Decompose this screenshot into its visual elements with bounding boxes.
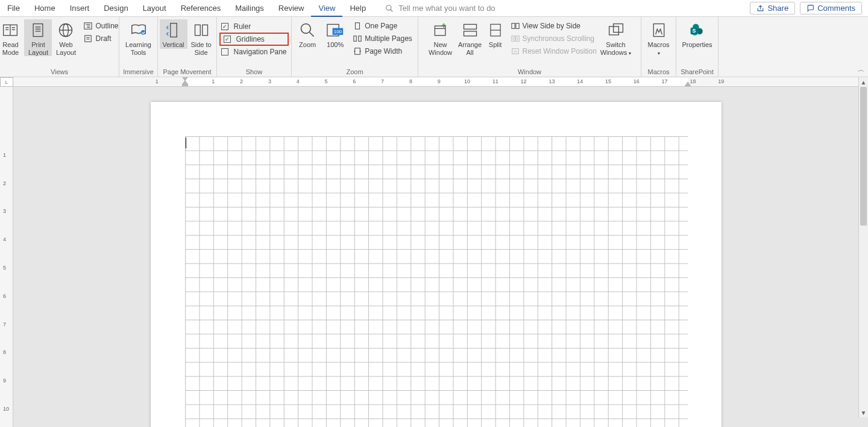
web-layout-button[interactable]: Web Layout xyxy=(52,19,80,56)
group-views: Read Mode Print Layout Web Layout Outlin… xyxy=(0,17,119,77)
ruler-checkbox[interactable]: Ruler xyxy=(220,22,288,31)
tab-help[interactable]: Help xyxy=(342,0,373,16)
vertical-ruler[interactable]: L 12345678910 xyxy=(0,77,13,427)
read-mode-icon xyxy=(2,22,19,39)
side-by-side-icon xyxy=(511,22,520,30)
tab-review[interactable]: Review xyxy=(271,0,312,16)
svg-point-26 xyxy=(301,24,311,34)
arrange-all-button[interactable]: Arrange All xyxy=(456,19,484,56)
split-icon xyxy=(488,22,503,39)
ribbon: Read Mode Print Layout Web Layout Outlin… xyxy=(0,17,868,77)
scroll-up-button[interactable]: ▲ xyxy=(859,77,868,87)
tab-selector[interactable]: L xyxy=(0,77,13,87)
svg-rect-25 xyxy=(202,25,207,36)
switch-windows-icon xyxy=(607,22,625,39)
indent-right-marker[interactable] xyxy=(685,82,691,87)
tab-layout[interactable]: Layout xyxy=(136,0,174,16)
zoom-icon xyxy=(299,22,316,39)
collapse-ribbon-button[interactable]: ︿ xyxy=(858,65,864,74)
svg-rect-23 xyxy=(170,24,177,37)
menu-tabs: FileHomeInsertDesignLayoutReferencesMail… xyxy=(0,0,868,17)
web-layout-icon xyxy=(57,22,74,39)
arrange-all-icon xyxy=(462,22,479,39)
sync-scroll-icon xyxy=(511,34,520,43)
new-window-button[interactable]: New Window xyxy=(425,19,456,56)
svg-rect-31 xyxy=(356,23,360,30)
side-to-side-button[interactable]: Side to Side xyxy=(187,19,215,56)
svg-text:100: 100 xyxy=(334,29,342,34)
multiple-pages-button[interactable]: Multiple Pages xyxy=(351,33,414,44)
vertical-scrollbar[interactable]: ▲ ▼ xyxy=(858,77,868,417)
gridlines-checkbox[interactable]: Gridlines xyxy=(222,34,285,44)
reset-window-position-button: Reset Window Position xyxy=(509,46,595,57)
group-macros: Macros▾ Macros xyxy=(641,17,676,77)
zoom-100-button[interactable]: 100 100% xyxy=(321,19,349,49)
read-mode-button[interactable]: Read Mode xyxy=(0,19,24,56)
tab-mailings[interactable]: Mailings xyxy=(228,0,271,16)
outline-button[interactable]: Outline xyxy=(82,21,119,31)
macros-button[interactable]: Macros▾ xyxy=(645,19,673,56)
gridlines-highlight: Gridlines xyxy=(219,33,288,46)
chevron-down-icon: ▾ xyxy=(629,51,631,56)
svg-rect-33 xyxy=(359,36,361,42)
group-sharepoint: S Properties SharePoint xyxy=(676,17,719,77)
svg-rect-48 xyxy=(653,24,664,37)
split-button[interactable]: Split xyxy=(484,19,507,49)
tab-file[interactable]: File xyxy=(0,0,27,16)
tell-me-search[interactable]: Tell me what you want to do xyxy=(385,4,495,13)
share-icon xyxy=(756,4,764,12)
switch-windows-button[interactable]: Switch Windows ▾ xyxy=(597,19,635,56)
tab-view[interactable]: View xyxy=(311,1,342,17)
svg-rect-24 xyxy=(195,25,200,36)
group-page-movement: Vertical Side to Side Page Movement xyxy=(158,17,217,77)
page[interactable] xyxy=(151,102,722,427)
comments-button[interactable]: Comments xyxy=(800,2,862,14)
macros-icon xyxy=(650,22,667,39)
sharepoint-icon: S xyxy=(689,22,706,39)
synchronous-scrolling-button: Synchronous Scrolling xyxy=(509,33,595,44)
svg-rect-34 xyxy=(355,48,360,55)
scrollbar-thumb[interactable] xyxy=(860,87,867,226)
scroll-down-button[interactable]: ▼ xyxy=(859,408,868,417)
gridlines-overlay xyxy=(185,136,688,427)
properties-button[interactable]: S Properties xyxy=(680,19,715,49)
indent-hanging-marker[interactable] xyxy=(182,81,188,87)
chevron-down-icon: ▾ xyxy=(658,51,660,56)
draft-button[interactable]: Draft xyxy=(82,33,119,44)
share-button[interactable]: Share xyxy=(750,2,795,14)
checkbox-icon xyxy=(221,48,228,55)
tab-home[interactable]: Home xyxy=(27,0,63,16)
svg-rect-38 xyxy=(464,31,476,36)
print-layout-icon xyxy=(30,22,46,39)
zoom-button[interactable]: Zoom xyxy=(294,19,321,49)
svg-rect-47 xyxy=(613,24,623,33)
workspace: L 12345678910 11234567891011121314151617… xyxy=(0,77,868,427)
learning-tools-icon xyxy=(130,21,148,39)
view-side-by-side-button[interactable]: View Side by Side xyxy=(509,21,595,31)
one-page-icon xyxy=(353,22,362,30)
tab-insert[interactable]: Insert xyxy=(63,0,97,16)
tab-references[interactable]: References xyxy=(174,0,228,16)
svg-line-27 xyxy=(310,33,314,37)
one-page-button[interactable]: One Page xyxy=(351,21,414,31)
svg-rect-37 xyxy=(464,24,476,29)
svg-rect-42 xyxy=(515,24,518,29)
reset-pos-icon xyxy=(511,47,520,55)
navigation-pane-checkbox[interactable]: Navigation Pane xyxy=(220,47,288,57)
print-layout-button[interactable]: Print Layout xyxy=(24,19,52,56)
document-area[interactable] xyxy=(13,87,868,427)
page-width-button[interactable]: Page Width xyxy=(351,46,414,57)
tab-design[interactable]: Design xyxy=(96,0,135,16)
svg-rect-19 xyxy=(85,36,92,42)
svg-marker-56 xyxy=(685,82,691,86)
svg-rect-32 xyxy=(354,36,356,42)
svg-text:S: S xyxy=(692,28,696,34)
group-window: New Window Arrange All Split View Side b… xyxy=(418,17,641,77)
svg-marker-55 xyxy=(182,81,188,87)
side-to-side-icon xyxy=(193,22,210,39)
learning-tools-button[interactable]: Learning Tools xyxy=(122,19,155,56)
horizontal-ruler[interactable]: 112345678910111213141516171819 xyxy=(13,77,868,87)
vertical-icon xyxy=(165,21,182,39)
group-zoom: Zoom 100 100% One Page Multiple Pages Pa… xyxy=(292,17,418,77)
vertical-button[interactable]: Vertical xyxy=(160,19,187,49)
